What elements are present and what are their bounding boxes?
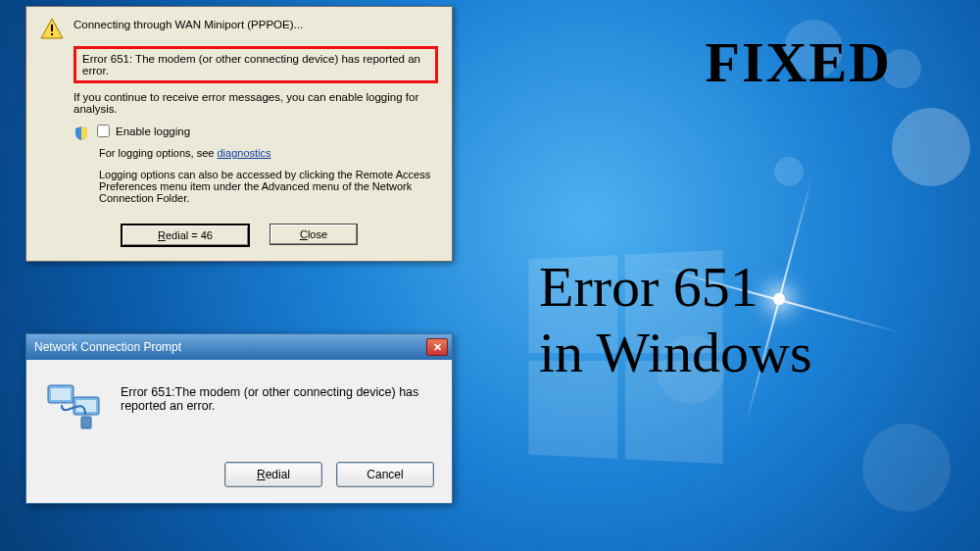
bokeh-circle	[774, 157, 804, 186]
enable-logging-text: Enable logging	[116, 125, 190, 137]
svg-rect-2	[51, 33, 53, 35]
error-message-text: Error 651:The modem (or other connecting…	[121, 381, 434, 413]
shield-icon	[74, 125, 89, 141]
redial-button-rest: edial = 46	[166, 229, 213, 241]
redial-button-rest-2: edial	[266, 468, 290, 481]
network-computers-icon	[44, 381, 103, 430]
error-message-highlight: Error 651: The modem (or other connectin…	[74, 46, 438, 83]
headline-error: Error 651 in Windows	[539, 255, 812, 385]
network-connection-prompt-dialog: Network Connection Prompt ✕ Error 651:Th…	[25, 333, 453, 504]
enable-logging-checkbox[interactable]	[97, 125, 110, 137]
cancel-button-text: Cancel	[367, 468, 403, 481]
headline-line-a: Error 651	[539, 255, 759, 319]
connecting-status-text: Connecting through WAN Miniport (PPPOE).…	[74, 17, 303, 30]
logging-note-text: Logging options can also be accessed by …	[99, 169, 438, 204]
headline-line-b: in Windows	[539, 321, 812, 384]
diagnostics-link[interactable]: diagnostics	[217, 147, 270, 159]
logging-options-prefix: For logging options, see	[99, 147, 217, 159]
dialog-titlebar: Network Connection Prompt ✕	[26, 334, 452, 360]
svg-rect-1	[51, 25, 53, 31]
dialog-title-text: Network Connection Prompt	[34, 340, 181, 354]
logging-options-line: For logging options, see diagnostics	[99, 147, 438, 159]
error-dialog-classic: Connecting through WAN Miniport (PPPOE).…	[25, 6, 453, 262]
close-button-rest: lose	[308, 228, 327, 240]
redial-button[interactable]: Redial	[224, 462, 322, 487]
cancel-button[interactable]: Cancel	[336, 462, 434, 487]
close-icon[interactable]: ✕	[426, 338, 448, 356]
bokeh-circle	[862, 424, 951, 512]
warning-icon	[40, 17, 64, 40]
close-button[interactable]: Close	[270, 224, 358, 245]
svg-rect-4	[51, 388, 71, 400]
bokeh-circle	[892, 108, 970, 186]
enable-logging-checkbox-label[interactable]: Enable logging	[97, 125, 190, 137]
headline-fixed: FIXED	[706, 29, 892, 95]
error-message-text: Error 651: The modem (or other connectin…	[82, 53, 420, 76]
continue-info-text: If you continue to receive error message…	[74, 91, 438, 115]
redial-button[interactable]: Redial = 46	[121, 224, 250, 247]
svg-rect-7	[81, 417, 91, 428]
